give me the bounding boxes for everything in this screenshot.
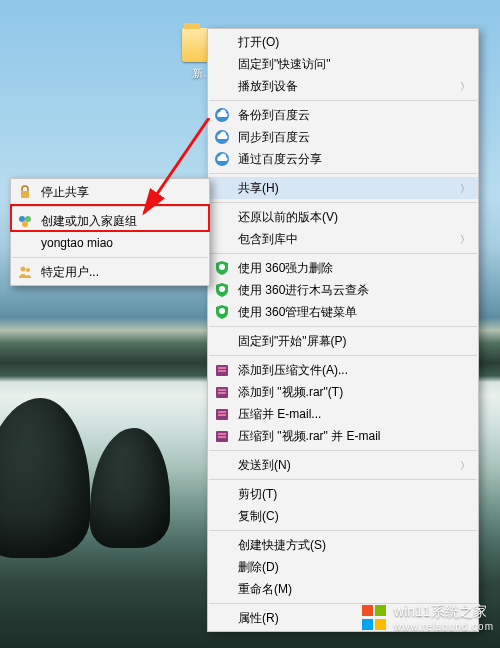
menu-label: 包含到库中 [238, 231, 298, 248]
menu-label: 打开(O) [238, 34, 279, 51]
menu-label: 使用 360进行木马云查杀 [238, 282, 369, 299]
menu-restore-previous[interactable]: 还原以前的版本(V) [208, 206, 478, 228]
svg-rect-7 [218, 367, 226, 369]
menu-separator [209, 479, 477, 480]
menu-baidu-share[interactable]: 通过百度云分享 [208, 148, 478, 170]
svg-point-3 [219, 264, 225, 270]
360-shield-icon [214, 282, 230, 298]
menu-rename[interactable]: 重命名(M) [208, 578, 478, 600]
menu-separator [209, 202, 477, 203]
menu-label: 属性(R) [238, 610, 279, 627]
menu-label: 复制(C) [238, 508, 279, 525]
menu-send-to[interactable]: 发送到(N)〉 [208, 454, 478, 476]
menu-label: 创建快捷方式(S) [238, 537, 326, 554]
menu-label: 共享(H) [238, 180, 279, 197]
menu-baidu-sync[interactable]: 同步到百度云 [208, 126, 478, 148]
desktop-background: 新… 打开(O) 固定到"快速访问" 播放到设备〉 备份到百度云 同步到百度云 … [0, 0, 500, 648]
svg-rect-8 [218, 370, 226, 372]
svg-point-23 [26, 268, 30, 272]
submenu-stop-sharing[interactable]: 停止共享 [11, 181, 209, 203]
menu-create-shortcut[interactable]: 创建快捷方式(S) [208, 534, 478, 556]
people-icon [17, 264, 33, 280]
menu-label: 剪切(T) [238, 486, 277, 503]
menu-label: 添加到压缩文件(A)... [238, 362, 348, 379]
watermark-title: win11系统之家 [394, 603, 494, 621]
baidu-cloud-icon [214, 107, 230, 123]
menu-add-to-archive[interactable]: 添加到压缩文件(A)... [208, 359, 478, 381]
watermark: win11系统之家 www.relsound.com [362, 603, 494, 632]
menu-360-trojan-scan[interactable]: 使用 360进行木马云查杀 [208, 279, 478, 301]
menu-label: 压缩到 "视频.rar" 并 E-mail [238, 428, 381, 445]
svg-rect-11 [218, 392, 226, 394]
menu-add-to-rar[interactable]: 添加到 "视频.rar"(T) [208, 381, 478, 403]
menu-label: 发送到(N) [238, 457, 291, 474]
rock-decor [90, 428, 170, 548]
rock-decor [0, 398, 90, 558]
svg-rect-18 [21, 191, 29, 198]
menu-label: 重命名(M) [238, 581, 292, 598]
context-menu-share-submenu: 停止共享 创建或加入家庭组 yongtao miao 特定用户... [10, 178, 210, 286]
menu-separator [209, 253, 477, 254]
menu-label: 压缩并 E-mail... [238, 406, 321, 423]
360-shield-icon [214, 260, 230, 276]
menu-separator [209, 100, 477, 101]
svg-rect-17 [218, 436, 226, 438]
menu-label: 同步到百度云 [238, 129, 310, 146]
menu-label: 还原以前的版本(V) [238, 209, 338, 226]
svg-rect-13 [218, 411, 226, 413]
menu-separator [209, 173, 477, 174]
submenu-specific-users[interactable]: 特定用户... [11, 261, 209, 283]
menu-360-context-menu[interactable]: 使用 360管理右键菜单 [208, 301, 478, 323]
menu-pin-to-start[interactable]: 固定到"开始"屏幕(P) [208, 330, 478, 352]
chevron-right-icon: 〉 [460, 459, 470, 473]
winrar-icon [214, 406, 230, 422]
menu-label: 通过百度云分享 [238, 151, 322, 168]
menu-label: yongtao miao [41, 236, 113, 250]
menu-360-force-delete[interactable]: 使用 360强力删除 [208, 257, 478, 279]
menu-label: 删除(D) [238, 559, 279, 576]
windows-logo-icon [362, 605, 388, 631]
chevron-right-icon: 〉 [460, 182, 470, 196]
baidu-cloud-icon [214, 129, 230, 145]
menu-copy[interactable]: 复制(C) [208, 505, 478, 527]
submenu-user[interactable]: yongtao miao [11, 232, 209, 254]
winrar-icon [214, 428, 230, 444]
menu-label: 固定到"快速访问" [238, 56, 331, 73]
menu-separator [209, 326, 477, 327]
homegroup-icon [17, 213, 33, 229]
menu-compress-email[interactable]: 压缩并 E-mail... [208, 403, 478, 425]
menu-separator [12, 257, 208, 258]
submenu-create-join-homegroup[interactable]: 创建或加入家庭组 [11, 210, 209, 232]
menu-include-in-library[interactable]: 包含到库中〉 [208, 228, 478, 250]
menu-separator [12, 206, 208, 207]
menu-label: 停止共享 [41, 184, 89, 201]
menu-play-to-device[interactable]: 播放到设备〉 [208, 75, 478, 97]
360-shield-icon [214, 304, 230, 320]
chevron-right-icon: 〉 [460, 233, 470, 247]
svg-point-19 [19, 216, 25, 222]
menu-separator [209, 530, 477, 531]
menu-label: 使用 360强力删除 [238, 260, 333, 277]
context-menu-main: 打开(O) 固定到"快速访问" 播放到设备〉 备份到百度云 同步到百度云 通过百… [207, 28, 479, 632]
menu-label: 固定到"开始"屏幕(P) [238, 333, 347, 350]
winrar-icon [214, 362, 230, 378]
menu-compress-rar-email[interactable]: 压缩到 "视频.rar" 并 E-mail [208, 425, 478, 447]
menu-share[interactable]: 共享(H)〉 [208, 177, 478, 199]
menu-pin-quick-access[interactable]: 固定到"快速访问" [208, 53, 478, 75]
svg-point-21 [22, 221, 28, 227]
menu-label: 添加到 "视频.rar"(T) [238, 384, 343, 401]
menu-separator [209, 450, 477, 451]
baidu-cloud-icon [214, 151, 230, 167]
menu-separator [209, 355, 477, 356]
menu-baidu-backup[interactable]: 备份到百度云 [208, 104, 478, 126]
menu-label: 特定用户... [41, 264, 99, 281]
menu-open[interactable]: 打开(O) [208, 31, 478, 53]
menu-label: 播放到设备 [238, 78, 298, 95]
svg-rect-10 [218, 389, 226, 391]
svg-point-22 [21, 267, 26, 272]
menu-delete[interactable]: 删除(D) [208, 556, 478, 578]
menu-label: 使用 360管理右键菜单 [238, 304, 357, 321]
menu-cut[interactable]: 剪切(T) [208, 483, 478, 505]
watermark-url: www.relsound.com [394, 621, 494, 632]
lock-icon [17, 184, 33, 200]
